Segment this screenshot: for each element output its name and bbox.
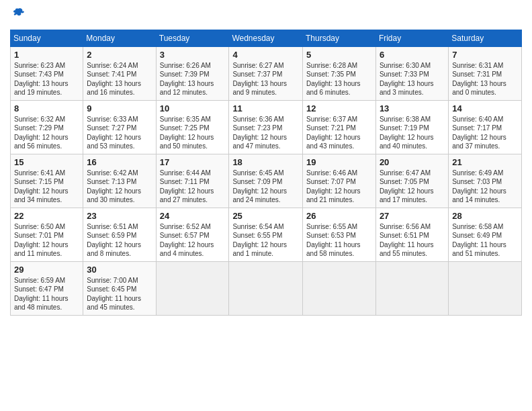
logo [10,11,25,24]
day-info: Sunrise: 6:47 AMSunset: 7:05 PMDaylight:… [380,169,445,205]
calendar-week-4: 22 Sunrise: 6:50 AMSunset: 7:01 PMDaylig… [11,208,522,261]
weekday-header-sunday: Sunday [11,30,83,46]
day-info: Sunrise: 6:40 AMSunset: 7:17 PMDaylight:… [452,115,518,151]
calendar-cell: 15 Sunrise: 6:41 AMSunset: 7:15 PMDaylig… [11,154,83,208]
day-number: 16 [87,157,152,167]
calendar-week-5: 29 Sunrise: 6:59 AMSunset: 6:47 PMDaylig… [11,261,522,315]
day-info: Sunrise: 6:44 AMSunset: 7:11 PMDaylight:… [160,169,226,205]
day-info: Sunrise: 6:33 AMSunset: 7:27 PMDaylight:… [87,115,152,151]
day-info: Sunrise: 7:00 AMSunset: 6:45 PMDaylight:… [87,276,152,312]
calendar-cell: 20 Sunrise: 6:47 AMSunset: 7:05 PMDaylig… [375,154,448,208]
weekday-header-friday: Friday [375,30,448,46]
calendar-cell: 21 Sunrise: 6:49 AMSunset: 7:03 PMDaylig… [449,154,522,208]
day-number: 27 [380,211,445,221]
calendar-cell [303,261,376,315]
day-number: 30 [87,265,152,275]
day-number: 23 [87,211,152,221]
weekday-header-wednesday: Wednesday [229,30,303,46]
calendar-cell: 22 Sunrise: 6:50 AMSunset: 7:01 PMDaylig… [11,208,83,261]
weekday-header-monday: Monday [83,30,156,46]
calendar-cell: 2 Sunrise: 6:24 AMSunset: 7:41 PMDayligh… [83,46,156,100]
day-number: 13 [380,103,445,113]
calendar-cell: 1 Sunrise: 6:23 AMSunset: 7:43 PMDayligh… [11,46,83,100]
calendar-cell: 17 Sunrise: 6:44 AMSunset: 7:11 PMDaylig… [156,154,229,208]
day-info: Sunrise: 6:24 AMSunset: 7:41 PMDaylight:… [87,61,152,97]
calendar-cell: 28 Sunrise: 6:58 AMSunset: 6:49 PMDaylig… [449,208,522,261]
day-number: 21 [452,157,518,167]
day-number: 9 [87,103,152,113]
day-number: 4 [232,50,299,60]
calendar-cell: 13 Sunrise: 6:38 AMSunset: 7:19 PMDaylig… [375,100,448,154]
calendar-cell: 5 Sunrise: 6:28 AMSunset: 7:35 PMDayligh… [303,46,376,100]
calendar-cell: 29 Sunrise: 6:59 AMSunset: 6:47 PMDaylig… [11,261,83,315]
day-number: 12 [306,103,372,113]
calendar-cell: 3 Sunrise: 6:26 AMSunset: 7:39 PMDayligh… [156,46,229,100]
day-number: 7 [452,50,518,60]
day-info: Sunrise: 6:45 AMSunset: 7:09 PMDaylight:… [232,169,299,205]
calendar-cell [375,261,448,315]
calendar-cell: 30 Sunrise: 7:00 AMSunset: 6:45 PMDaylig… [83,261,156,315]
day-info: Sunrise: 6:27 AMSunset: 7:37 PMDaylight:… [232,61,299,97]
day-number: 6 [380,50,445,60]
day-info: Sunrise: 6:35 AMSunset: 7:25 PMDaylight:… [160,115,226,151]
day-info: Sunrise: 6:52 AMSunset: 6:57 PMDaylight:… [160,222,226,259]
day-number: 2 [87,50,152,60]
weekday-header-tuesday: Tuesday [156,30,229,46]
day-info: Sunrise: 6:58 AMSunset: 6:49 PMDaylight:… [452,222,518,259]
day-number: 11 [232,103,299,113]
calendar-cell: 11 Sunrise: 6:36 AMSunset: 7:23 PMDaylig… [229,100,303,154]
day-number: 10 [160,103,226,113]
day-number: 29 [14,265,79,275]
day-info: Sunrise: 6:41 AMSunset: 7:15 PMDaylight:… [14,169,79,205]
calendar-cell: 27 Sunrise: 6:56 AMSunset: 6:51 PMDaylig… [375,208,448,261]
weekday-header-thursday: Thursday [303,30,376,46]
calendar-cell: 19 Sunrise: 6:46 AMSunset: 7:07 PMDaylig… [303,154,376,208]
calendar-cell [156,261,229,315]
calendar-table: SundayMondayTuesdayWednesdayThursdayFrid… [10,30,522,316]
day-number: 3 [160,50,226,60]
calendar-header-row: SundayMondayTuesdayWednesdayThursdayFrid… [11,30,522,46]
day-number: 25 [232,211,299,221]
calendar-week-3: 15 Sunrise: 6:41 AMSunset: 7:15 PMDaylig… [11,154,522,208]
day-number: 1 [14,50,79,60]
calendar-cell: 8 Sunrise: 6:32 AMSunset: 7:29 PMDayligh… [11,100,83,154]
day-info: Sunrise: 6:55 AMSunset: 6:53 PMDaylight:… [306,222,372,259]
day-number: 26 [306,211,372,221]
weekday-header-saturday: Saturday [449,30,522,46]
calendar-cell: 6 Sunrise: 6:30 AMSunset: 7:33 PMDayligh… [375,46,448,100]
calendar-cell: 18 Sunrise: 6:45 AMSunset: 7:09 PMDaylig… [229,154,303,208]
calendar-cell: 4 Sunrise: 6:27 AMSunset: 7:37 PMDayligh… [229,46,303,100]
day-info: Sunrise: 6:46 AMSunset: 7:07 PMDaylight:… [306,169,372,205]
calendar-cell [229,261,303,315]
day-info: Sunrise: 6:37 AMSunset: 7:21 PMDaylight:… [306,115,372,151]
calendar-cell: 26 Sunrise: 6:55 AMSunset: 6:53 PMDaylig… [303,208,376,261]
day-info: Sunrise: 6:23 AMSunset: 7:43 PMDaylight:… [14,61,79,97]
calendar-cell: 23 Sunrise: 6:51 AMSunset: 6:59 PMDaylig… [83,208,156,261]
calendar-cell: 12 Sunrise: 6:37 AMSunset: 7:21 PMDaylig… [303,100,376,154]
day-number: 5 [306,50,372,60]
day-info: Sunrise: 6:36 AMSunset: 7:23 PMDaylight:… [232,115,299,151]
day-number: 22 [14,211,79,221]
day-info: Sunrise: 6:28 AMSunset: 7:35 PMDaylight:… [306,61,372,97]
day-info: Sunrise: 6:32 AMSunset: 7:29 PMDaylight:… [14,115,79,151]
day-number: 8 [14,103,79,113]
calendar-cell: 10 Sunrise: 6:35 AMSunset: 7:25 PMDaylig… [156,100,229,154]
calendar-week-1: 1 Sunrise: 6:23 AMSunset: 7:43 PMDayligh… [11,46,522,100]
logo-bird-icon [11,7,25,21]
day-info: Sunrise: 6:30 AMSunset: 7:33 PMDaylight:… [380,61,445,97]
day-number: 28 [452,211,518,221]
day-info: Sunrise: 6:31 AMSunset: 7:31 PMDaylight:… [452,61,518,97]
day-info: Sunrise: 6:50 AMSunset: 7:01 PMDaylight:… [14,222,79,259]
day-number: 17 [160,157,226,167]
day-number: 18 [232,157,299,167]
calendar-cell: 9 Sunrise: 6:33 AMSunset: 7:27 PMDayligh… [83,100,156,154]
day-info: Sunrise: 6:54 AMSunset: 6:55 PMDaylight:… [232,222,299,259]
page-header [10,7,522,24]
day-info: Sunrise: 6:38 AMSunset: 7:19 PMDaylight:… [380,115,445,151]
day-number: 14 [452,103,518,113]
day-number: 15 [14,157,79,167]
calendar-week-2: 8 Sunrise: 6:32 AMSunset: 7:29 PMDayligh… [11,100,522,154]
day-number: 24 [160,211,226,221]
day-info: Sunrise: 6:42 AMSunset: 7:13 PMDaylight:… [87,169,152,205]
calendar-cell: 7 Sunrise: 6:31 AMSunset: 7:31 PMDayligh… [449,46,522,100]
